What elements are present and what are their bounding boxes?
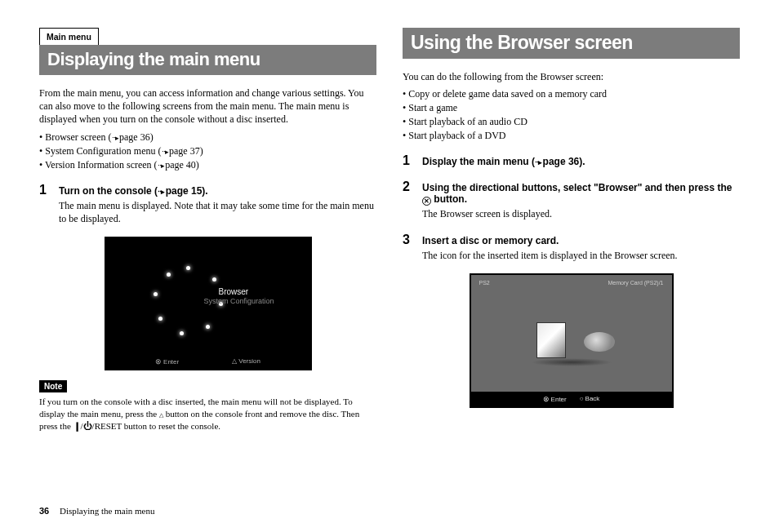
arrow-icon: ⋅⋅▸	[158, 162, 166, 170]
step-number: 1	[403, 153, 416, 168]
screenshot-enter-label: Enter	[543, 395, 567, 403]
intro-right: You can do the following from the Browse…	[403, 70, 740, 83]
step-number: 2	[403, 180, 416, 194]
screenshot-sysconf-label: System Configuration	[204, 297, 274, 305]
power-icon	[83, 421, 92, 431]
screenshot-enter-label: Enter	[155, 357, 179, 366]
page-footer: 36 Displaying the main menu	[39, 506, 154, 516]
bullet-dvd: • Start playback of a DVD	[403, 130, 740, 142]
shadow-icon	[514, 357, 629, 368]
bullet-copy-delete: • Copy or delete game data saved on a me…	[403, 88, 740, 100]
bullet-browser-screen: • Browser screen (⋅⋅▸ page 36)	[39, 131, 376, 144]
disc-icon	[584, 332, 615, 352]
screenshot-back-label: Back	[580, 395, 600, 402]
breadcrumb-box: Main menu	[39, 28, 99, 45]
heading-using-browser: Using the Browser screen	[403, 28, 740, 59]
step-title: Insert a disc or memory card.	[422, 235, 559, 246]
x-button-icon: ✕	[422, 197, 431, 206]
right-step-1: 1 Display the main menu (⋅⋅▸ page 36).	[403, 153, 740, 168]
note-label: Note	[39, 380, 67, 392]
bullets-left: • Browser screen (⋅⋅▸ page 36) • System …	[39, 131, 376, 171]
intro-left: From the main menu, you can access infor…	[39, 86, 376, 126]
left-step-1: 1 Turn on the console (⋅⋅▸ page 15). The…	[39, 183, 376, 225]
circle-button-icon	[580, 395, 585, 402]
page-number: 36	[39, 506, 49, 516]
step-title: Using the directional buttons, select "B…	[422, 182, 740, 206]
x-button-icon	[543, 396, 551, 403]
bullet-version-info: • Version Information screen (⋅⋅▸ page 4…	[39, 159, 376, 171]
bullets-right: • Copy or delete game data saved on a me…	[403, 88, 740, 142]
browser-screenshot: PS2 Memory Card (PS2)/1 Enter Back	[470, 273, 674, 408]
bullet-audio-cd: • Start playback of an audio CD	[403, 116, 740, 128]
left-column: Main menu Displaying the main menu From …	[39, 28, 376, 432]
screenshot-browser-label: Browser	[219, 287, 249, 296]
step-body: The Browser screen is displayed.	[422, 207, 740, 220]
memory-card-icon	[536, 322, 566, 358]
right-step-3: 3 Insert a disc or memory card. The icon…	[403, 233, 740, 262]
bullet-sys-config: • System Configuration menu (⋅⋅▸ page 37…	[39, 145, 376, 157]
screenshot-ps2-label: PS2	[479, 280, 490, 286]
bullet-start-game: • Start a game	[403, 102, 740, 114]
x-button-icon	[155, 358, 163, 366]
step-title: Turn on the console (⋅⋅▸ page 15).	[59, 185, 208, 197]
arrow-icon: ⋅⋅▸	[112, 134, 120, 142]
main-menu-screenshot: Browser System Configuration Enter Versi…	[105, 237, 312, 370]
standby-bar-icon: ❙	[73, 421, 81, 431]
footer-title: Displaying the main menu	[60, 506, 154, 516]
step-title: Display the main menu (⋅⋅▸ page 36).	[422, 156, 585, 167]
heading-displaying-main-menu: Displaying the main menu	[39, 45, 376, 75]
arrow-icon: ⋅⋅▸	[162, 148, 170, 156]
step-number: 3	[403, 233, 416, 247]
step-body: The icon for the inserted item is displa…	[422, 249, 740, 262]
breadcrumb: Main menu	[47, 32, 91, 42]
right-step-2: 2 Using the directional buttons, select …	[403, 180, 740, 220]
step-number: 1	[39, 183, 52, 197]
right-column: Using the Browser screen You can do the …	[403, 28, 740, 432]
step-body: The main menu is displayed. Note that it…	[59, 199, 376, 225]
arrow-icon: ⋅⋅▸	[535, 158, 543, 166]
screenshot-memcard-label: Memory Card (PS2)/1	[608, 280, 663, 286]
screenshot-version-label: Version	[232, 357, 260, 366]
arrow-icon: ⋅⋅▸	[158, 188, 166, 196]
note-text: If you turn on the console with a disc i…	[39, 396, 376, 432]
